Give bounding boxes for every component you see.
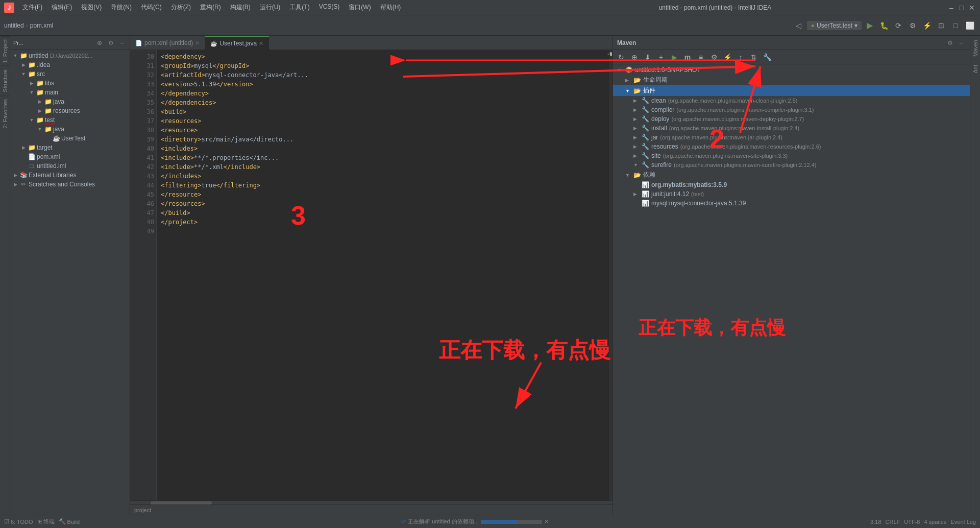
favorites-tab-vertical[interactable]: 2: Favorites <box>1 95 10 131</box>
close-button[interactable]: ✕ <box>968 4 976 12</box>
toolbar-btn-3[interactable]: ⚡ <box>921 19 933 32</box>
tree-main[interactable]: ▼ 📁 main <box>10 88 130 97</box>
maven-dep-mysql[interactable]: 📊 mysql:mysql-connector-java:5.1.39 <box>613 199 970 208</box>
maven-collapse-btn[interactable]: ↕ <box>734 51 747 63</box>
toolbar-btn-4[interactable]: ⊡ <box>935 19 947 32</box>
tree-test[interactable]: ▼ 📁 test <box>10 115 130 125</box>
maven-plugin-deploy[interactable]: ▶ 🔧 deploy (org.apache.maven.plugins:mav… <box>613 114 970 124</box>
project-panel-icon-btn-1[interactable]: ⊕ <box>95 38 104 47</box>
maximize-button[interactable]: □ <box>958 4 966 12</box>
code-line: </build> <box>161 208 604 218</box>
tree-root[interactable]: ▼ 📁 untitled D:/Java202202... <box>10 51 130 60</box>
back-button[interactable]: ◁ <box>793 19 805 32</box>
tree-libs[interactable]: ▶ 📁 libs <box>10 79 130 88</box>
maven-plugin-install-label: install <box>651 125 667 132</box>
maven-lightning-btn[interactable]: ⚡ <box>721 51 733 63</box>
tree-resources[interactable]: ▶ 📁 resources <box>10 106 130 115</box>
menu-navigate[interactable]: 导航(N) <box>107 2 136 13</box>
event-log-btn[interactable]: Event Log <box>950 519 976 525</box>
toolbar-btn-2[interactable]: ⚙ <box>906 19 919 32</box>
structure-tab-vertical[interactable]: Structure <box>1 66 10 95</box>
tab-usertest-close[interactable]: ✕ <box>259 40 263 47</box>
maven-deps[interactable]: ▼ 📂 依赖 <box>613 170 970 180</box>
tree-main-java[interactable]: ▶ 📁 java <box>10 97 130 106</box>
menu-file[interactable]: 文件(F) <box>18 2 46 13</box>
menu-help[interactable]: 帮助(H) <box>376 2 405 13</box>
tree-iml[interactable]: □ untitled.iml <box>10 161 130 171</box>
maven-wrench-btn[interactable]: 🔧 <box>761 51 773 63</box>
tree-idea[interactable]: ▶ 📁 .idea <box>10 60 130 69</box>
menu-tools[interactable]: 工具(T) <box>285 2 313 13</box>
maven-plugin-surefire[interactable]: ▼ 🔧 surefire (org.apache.maven.plugins:m… <box>613 160 970 170</box>
maven-plugin-compiler-icon: 🔧 <box>642 106 649 113</box>
maven-plugin-site[interactable]: ▶ 🔧 site (org.apache.maven.plugins:maven… <box>613 151 970 160</box>
menu-analyze[interactable]: 分析(Z) <box>167 2 195 13</box>
project-panel-icon-btn-3[interactable]: – <box>117 38 127 47</box>
tree-usertest[interactable]: ☕ UserTest <box>10 134 130 143</box>
maven-m-btn[interactable]: m <box>681 51 694 63</box>
tree-scratches[interactable]: ▶ ✏ Scratches and Consoles <box>10 180 130 189</box>
menu-window[interactable]: 窗口(W) <box>345 2 375 13</box>
debug-button[interactable]: 🐛 <box>878 19 890 32</box>
maven-plugin-clean[interactable]: ▶ 🔧 clean (org.apache.maven.plugins:mave… <box>613 96 970 105</box>
tree-src[interactable]: ▼ 📁 src <box>10 69 130 79</box>
maven-plugin-install[interactable]: ▶ 🔧 install (org.apache.maven.plugins:ma… <box>613 124 970 133</box>
breadcrumb-project[interactable]: untitled <box>4 22 24 29</box>
maven-plugin-deploy-icon: 🔧 <box>642 115 649 123</box>
indent[interactable]: 4 spaces <box>924 519 946 525</box>
maven-gear-btn[interactable]: ⚙ <box>708 51 720 63</box>
maven-sort-btn[interactable]: ⇅ <box>748 51 760 63</box>
tree-pom-icon: 📄 <box>28 153 36 161</box>
progress-cancel-icon[interactable]: ✕ <box>544 518 549 525</box>
maven-settings-btn[interactable]: ⚙ <box>945 38 954 47</box>
run-button[interactable]: ▶ <box>864 19 876 32</box>
tab-usertest[interactable]: ☕ UserTest.java ✕ <box>205 36 269 50</box>
maven-add-btn[interactable]: ⊕ <box>628 51 641 63</box>
maven-refresh-btn[interactable]: ↻ <box>615 51 627 63</box>
maven-plugin-compiler[interactable]: ▶ 🔧 compiler (org.apache.maven.plugins:m… <box>613 105 970 114</box>
maven-root[interactable]: ▼ 📦 untitled:1.0-SNAPSHOT <box>613 65 970 75</box>
tab-pom-close[interactable]: ✕ <box>195 40 200 46</box>
toolbar-btn-6[interactable]: ⬜ <box>964 19 976 32</box>
code-area[interactable]: <dependency> <groupId>mysql</groupId> <a… <box>157 50 608 500</box>
sidebar-maven-label[interactable]: Maven <box>970 36 980 61</box>
maven-dep-junit[interactable]: ▶ 📊 junit:junit:4.12 (test) <box>613 189 970 199</box>
line-sep[interactable]: CRLF <box>886 519 900 525</box>
maven-plugin-jar[interactable]: ▶ 🔧 jar (org.apache.maven.plugins:maven-… <box>613 133 970 142</box>
tree-test-java[interactable]: ▼ 📁 java <box>10 125 130 134</box>
encoding[interactable]: UTF-8 <box>904 519 920 525</box>
maven-plugin-resources[interactable]: ▶ 🔧 resources (org.apache.maven.plugins:… <box>613 142 970 151</box>
maven-close-btn[interactable]: – <box>957 38 966 47</box>
maven-plus-btn[interactable]: + <box>655 51 667 63</box>
sidebar-ant-label[interactable]: Ant <box>970 61 980 78</box>
tab-pom[interactable]: 📄 pom.xml (untitled) ✕ <box>130 36 205 50</box>
menu-code[interactable]: 代码(C) <box>137 2 166 13</box>
breadcrumb-file[interactable]: pom.xml <box>30 22 53 29</box>
toolbar-btn-1[interactable]: ⟳ <box>892 19 904 32</box>
menu-vcs[interactable]: VCS(S) <box>315 2 344 13</box>
project-panel-icon-btn-2[interactable]: ⚙ <box>106 38 115 47</box>
editor-scrollbar[interactable]: ✓ <box>608 50 612 500</box>
tree-pom[interactable]: 📄 pom.xml <box>10 152 130 161</box>
maven-lifecycle[interactable]: ▶ 📂 生命周期 <box>613 75 970 85</box>
tree-ext-libs[interactable]: ▶ 📚 External Libraries <box>10 171 130 180</box>
todo-btn[interactable]: ☑ 6: TODO <box>4 518 33 525</box>
menu-run[interactable]: 运行(U) <box>256 2 285 13</box>
menu-build[interactable]: 构建(B) <box>226 2 255 13</box>
menu-view[interactable]: 视图(V) <box>77 2 106 13</box>
terminal-btn[interactable]: ⊞ 终端 <box>37 518 55 525</box>
run-config-selector[interactable]: ● UserTest.test ▾ <box>807 21 862 30</box>
maven-dep-mybatis[interactable]: 📊 org.mybatis:mybatis:3.5.9 <box>613 180 970 189</box>
project-tab-vertical[interactable]: 1: Project <box>1 36 10 66</box>
minimize-button[interactable]: – <box>947 4 955 12</box>
maven-skip-btn[interactable]: ≡ <box>695 51 707 63</box>
maven-plugins[interactable]: ▼ 📂 插件 <box>613 85 970 96</box>
menu-edit[interactable]: 编辑(E) <box>47 2 76 13</box>
tree-target[interactable]: ▶ 📁 target <box>10 143 130 152</box>
toolbar-btn-5[interactable]: □ <box>949 19 962 32</box>
horizontal-scrollbar[interactable] <box>130 500 612 505</box>
menu-refactor[interactable]: 重构(R) <box>196 2 225 13</box>
build-btn[interactable]: 🔨 Build <box>59 518 80 525</box>
maven-run-btn[interactable]: ▶ <box>668 51 680 63</box>
maven-download-btn[interactable]: ⬇ <box>642 51 654 63</box>
